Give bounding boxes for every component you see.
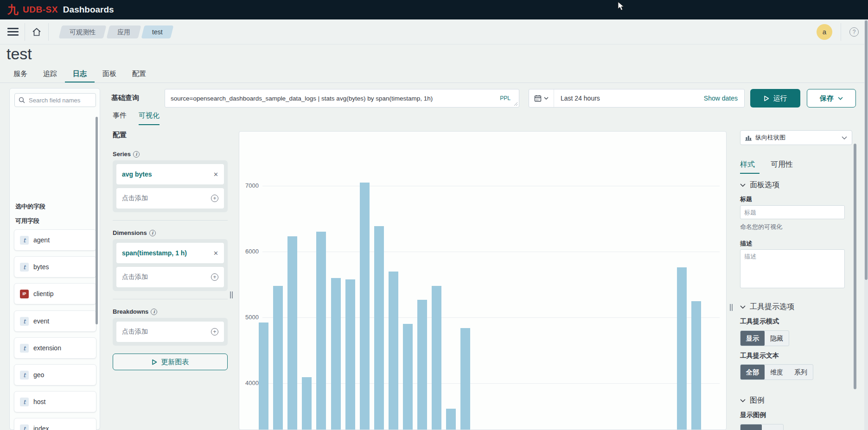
style-tab-可用性[interactable]: 可用性 xyxy=(771,160,798,174)
right-resizer[interactable] xyxy=(729,302,734,312)
home-icon[interactable] xyxy=(31,26,42,38)
breadcrumb: 可观测性应用test xyxy=(60,25,172,38)
toggle-option-全部[interactable]: 全部 xyxy=(740,365,765,379)
calendar-button[interactable] xyxy=(529,89,554,107)
add-row[interactable]: 点击添加+ xyxy=(116,188,224,209)
show-dates-link[interactable]: Show dates xyxy=(704,95,738,102)
tab-追踪[interactable]: 追踪 xyxy=(35,65,65,82)
query-input[interactable] xyxy=(170,95,496,102)
bar xyxy=(389,272,398,430)
menu-icon[interactable] xyxy=(7,28,19,36)
field-item[interactable]: tagent xyxy=(14,229,96,251)
chart-type-select[interactable]: 纵向柱状图 xyxy=(740,130,852,145)
bar xyxy=(460,328,470,430)
tab-日志[interactable]: 日志 xyxy=(65,65,95,82)
section-label-text: Breakdowns xyxy=(113,308,148,315)
field-item[interactable]: thost xyxy=(14,391,96,412)
panel-options-header[interactable]: 面板选项 xyxy=(740,180,852,190)
plus-icon[interactable]: + xyxy=(211,195,218,202)
field-item[interactable]: textension xyxy=(14,337,96,359)
tab-服务[interactable]: 服务 xyxy=(6,65,35,82)
add-label: 点击添加 xyxy=(122,194,148,202)
section-group: 点击添加+ xyxy=(113,318,228,346)
tooltip-options-header[interactable]: 工具提示选项 xyxy=(740,302,852,312)
viz-description-input[interactable] xyxy=(740,249,845,288)
breadcrumb-item[interactable]: test xyxy=(143,25,172,38)
query-language-label[interactable]: PPL xyxy=(500,95,511,101)
explorer-tab-可视化[interactable]: 可视化 xyxy=(139,111,160,125)
toggle-option[interactable] xyxy=(740,424,762,430)
time-range-value[interactable]: Last 24 hours xyxy=(561,95,600,102)
explorer-tabs: 事件可视化 xyxy=(113,111,160,125)
field-name: agent xyxy=(33,236,50,244)
remove-icon[interactable]: ✕ xyxy=(213,250,218,257)
toggle-option[interactable] xyxy=(762,424,783,430)
window-scrollbar[interactable] xyxy=(864,19,868,430)
series-chip-row[interactable]: span(timestamp, 1 h)✕ xyxy=(116,243,224,263)
bar xyxy=(345,279,355,430)
breadcrumb-item[interactable]: 应用 xyxy=(108,25,140,38)
plus-icon[interactable]: + xyxy=(211,273,218,281)
section-label: Dimensionsi xyxy=(113,229,228,236)
time-picker: Last 24 hours Show dates xyxy=(529,89,745,108)
field-item[interactable]: IPclientip xyxy=(14,283,96,304)
field-item[interactable]: tgeo xyxy=(14,364,96,386)
style-tab-样式[interactable]: 样式 xyxy=(740,160,760,174)
help-icon[interactable]: ? xyxy=(849,27,859,37)
info-icon[interactable]: i xyxy=(149,230,156,236)
field-type-icon: t xyxy=(20,344,29,353)
explorer-tab-事件[interactable]: 事件 xyxy=(113,111,127,125)
field-item[interactable]: tevent xyxy=(14,310,96,332)
toggle-option-系列[interactable]: 系列 xyxy=(789,365,813,379)
chip-label: avg bytes xyxy=(122,171,152,178)
viz-title-input[interactable] xyxy=(740,205,845,219)
field-name: bytes xyxy=(33,263,49,271)
run-button[interactable]: 运行 xyxy=(750,89,800,108)
style-panel-scrollbar[interactable] xyxy=(854,144,856,389)
avatar[interactable]: a xyxy=(817,24,832,40)
show-legend-label: 显示图例 xyxy=(740,411,852,419)
bar xyxy=(287,236,297,430)
field-item[interactable]: tindex xyxy=(14,418,96,430)
toggle-option-显示[interactable]: 显示 xyxy=(740,331,765,346)
add-row[interactable]: 点击添加+ xyxy=(116,267,224,287)
y-tick-label: 6000 xyxy=(239,248,259,255)
series-chip-row[interactable]: avg bytes✕ xyxy=(116,164,224,184)
field-name: geo xyxy=(33,371,44,379)
update-chart-button[interactable]: 更新图表 xyxy=(113,354,228,370)
bar xyxy=(446,409,456,430)
section-group: span(timestamp, 1 h)✕点击添加+ xyxy=(113,239,228,291)
resize-handle-icon[interactable] xyxy=(514,102,518,106)
tab-配置[interactable]: 配置 xyxy=(124,65,154,82)
field-name: extension xyxy=(33,344,61,352)
field-type-icon: t xyxy=(20,263,29,272)
toggle-option-维度[interactable]: 维度 xyxy=(765,365,789,379)
query-label: 基础查询 xyxy=(111,94,139,102)
field-search-input[interactable] xyxy=(28,96,92,104)
remove-icon[interactable]: ✕ xyxy=(213,171,218,178)
fields-panel: 选中的字段 可用字段 tagenttbytesIPclientipteventt… xyxy=(9,88,100,430)
info-icon[interactable]: i xyxy=(133,151,140,158)
info-icon[interactable]: i xyxy=(151,309,157,315)
field-name: clientip xyxy=(33,290,54,297)
add-row[interactable]: 点击添加+ xyxy=(116,322,224,342)
add-label: 点击添加 xyxy=(122,328,148,336)
y-tick-label: 4000 xyxy=(239,379,259,386)
bar xyxy=(273,286,283,430)
gridline xyxy=(262,186,720,186)
tab-面板[interactable]: 面板 xyxy=(95,65,124,82)
bar xyxy=(403,324,413,430)
breadcrumb-label: 可观测性 xyxy=(70,28,96,36)
toggle-option-隐藏[interactable]: 隐藏 xyxy=(765,331,789,346)
plus-icon[interactable]: + xyxy=(211,328,218,335)
app-logo[interactable]: 九 UDB-SX Dashboards xyxy=(7,4,114,15)
legend-header[interactable]: 图例 xyxy=(740,396,852,405)
fields-scrollbar[interactable] xyxy=(96,117,98,324)
field-item[interactable]: tbytes xyxy=(14,256,96,278)
field-type-icon: t xyxy=(20,424,29,430)
field-type-icon: IP xyxy=(20,290,29,298)
breadcrumb-item[interactable]: 可观测性 xyxy=(60,25,105,38)
available-fields-header: 可用字段 xyxy=(15,217,39,225)
left-resizer[interactable] xyxy=(229,290,234,300)
save-button[interactable]: 保存 xyxy=(807,89,856,108)
